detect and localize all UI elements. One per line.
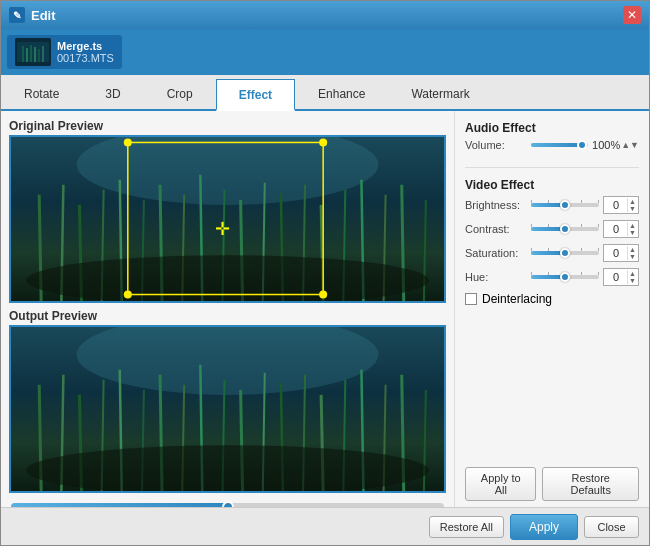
- output-preview-box: [9, 325, 446, 493]
- audio-effect-section: Audio Effect Volume: 100% ▲▼: [465, 121, 639, 157]
- saturation-value: 0 ▲ ▼: [603, 244, 639, 262]
- deinterlacing-label: Deinterlacing: [482, 292, 552, 306]
- file-bar: Merge.ts 00173.MTS: [1, 29, 649, 75]
- timeline-section: [9, 499, 446, 507]
- edit-window: ✎ Edit ✕ Merge.ts 00173.MTS: [0, 0, 650, 546]
- contrast-spinner[interactable]: ▲ ▼: [627, 222, 637, 236]
- file-thumbnail: [15, 38, 51, 66]
- close-window-button[interactable]: ✕: [623, 6, 641, 24]
- original-preview-section: Original Preview: [9, 119, 446, 303]
- restore-defaults-button[interactable]: Restore Defaults: [542, 467, 639, 501]
- left-panel: Original Preview: [1, 111, 454, 507]
- brightness-spinner[interactable]: ▲ ▼: [627, 198, 637, 212]
- volume-slider-thumb[interactable]: [577, 140, 587, 150]
- title-bar: ✎ Edit ✕: [1, 1, 649, 29]
- apply-to-all-button[interactable]: Apply to All: [465, 467, 536, 501]
- output-preview-label: Output Preview: [9, 309, 446, 323]
- svg-rect-1: [17, 42, 49, 62]
- hue-label: Hue:: [465, 271, 527, 283]
- output-preview-inner: [11, 327, 444, 491]
- volume-row: Volume: 100% ▲▼: [465, 139, 639, 151]
- hue-thumb[interactable]: [560, 272, 570, 282]
- tab-crop[interactable]: Crop: [144, 77, 216, 109]
- close-button[interactable]: Close: [584, 516, 639, 538]
- saturation-slider[interactable]: [531, 251, 599, 255]
- original-preview-label: Original Preview: [9, 119, 446, 133]
- tab-rotate[interactable]: Rotate: [1, 77, 82, 109]
- volume-slider-track[interactable]: [531, 143, 588, 147]
- effect-buttons-row: Apply to All Restore Defaults: [465, 467, 639, 501]
- saturation-row: Saturation: 0 ▲ ▼: [465, 244, 639, 262]
- contrast-thumb[interactable]: [560, 224, 570, 234]
- timeline-bar[interactable]: [11, 503, 444, 507]
- contrast-row: Contrast: 0 ▲ ▼: [465, 220, 639, 238]
- hue-value: 0 ▲ ▼: [603, 268, 639, 286]
- tab-enhance[interactable]: Enhance: [295, 77, 388, 109]
- window-icon: ✎: [9, 7, 25, 23]
- volume-value: 100% ▲▼: [592, 139, 639, 151]
- brightness-value: 0 ▲ ▼: [603, 196, 639, 214]
- saturation-thumb[interactable]: [560, 248, 570, 258]
- saturation-spinner[interactable]: ▲ ▼: [627, 246, 637, 260]
- hue-row: Hue: 0 ▲ ▼: [465, 268, 639, 286]
- contrast-value: 0 ▲ ▼: [603, 220, 639, 238]
- timeline-progress: [11, 503, 228, 507]
- tabs-bar: Rotate 3D Crop Effect Enhance Watermark: [1, 75, 649, 111]
- file-name-bottom: 00173.MTS: [57, 52, 114, 64]
- file-item[interactable]: Merge.ts 00173.MTS: [7, 35, 122, 69]
- svg-text:✛: ✛: [215, 219, 230, 239]
- hue-slider[interactable]: [531, 275, 599, 279]
- timeline-thumb[interactable]: [222, 501, 234, 507]
- contrast-label: Contrast:: [465, 223, 527, 235]
- video-effect-title: Video Effect: [465, 178, 639, 192]
- window-title: Edit: [31, 8, 623, 23]
- audio-effect-title: Audio Effect: [465, 121, 639, 135]
- video-effect-section: Video Effect Brightness: 0 ▲ ▼: [465, 178, 639, 306]
- deinterlacing-row: Deinterlacing: [465, 292, 639, 306]
- volume-label: Volume:: [465, 139, 527, 151]
- brightness-slider[interactable]: [531, 203, 599, 207]
- tab-watermark[interactable]: Watermark: [388, 77, 492, 109]
- volume-spinner[interactable]: ▲▼: [621, 140, 639, 150]
- hue-spinner[interactable]: ▲ ▼: [627, 270, 637, 284]
- bottom-bar: Restore All Apply Close: [1, 507, 649, 545]
- original-preview-inner: ✛: [11, 137, 444, 301]
- divider-1: [465, 167, 639, 168]
- deinterlacing-checkbox[interactable]: [465, 293, 477, 305]
- main-content: Original Preview: [1, 111, 649, 507]
- output-preview-section: Output Preview: [9, 309, 446, 493]
- file-name-top: Merge.ts: [57, 40, 114, 52]
- file-names: Merge.ts 00173.MTS: [57, 40, 114, 64]
- apply-button[interactable]: Apply: [510, 514, 578, 540]
- contrast-slider[interactable]: [531, 227, 599, 231]
- volume-slider-fill: [531, 143, 582, 147]
- saturation-label: Saturation:: [465, 247, 527, 259]
- brightness-row: Brightness: 0 ▲ ▼: [465, 196, 639, 214]
- right-panel: Audio Effect Volume: 100% ▲▼ Video Effec: [454, 111, 649, 507]
- brightness-label: Brightness:: [465, 199, 527, 211]
- tab-3d[interactable]: 3D: [82, 77, 143, 109]
- brightness-thumb[interactable]: [560, 200, 570, 210]
- original-preview-box: ✛: [9, 135, 446, 303]
- restore-all-button[interactable]: Restore All: [429, 516, 504, 538]
- tab-effect[interactable]: Effect: [216, 79, 295, 111]
